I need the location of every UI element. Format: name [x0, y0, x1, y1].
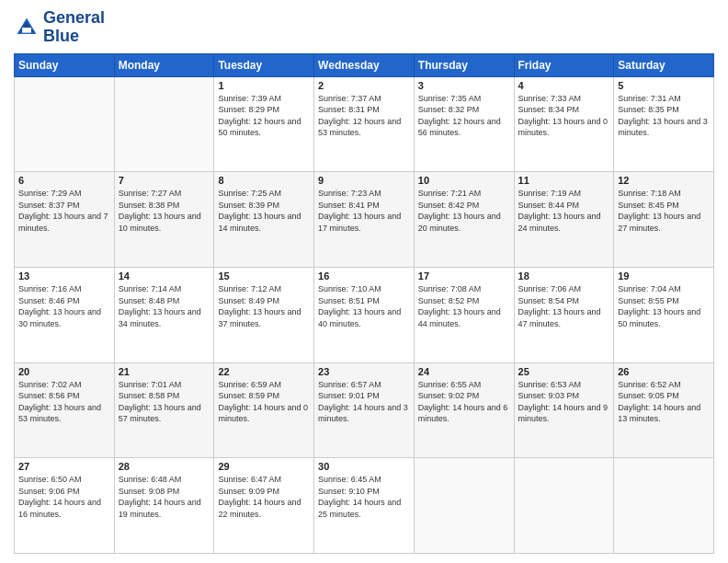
calendar-cell: 21Sunrise: 7:01 AM Sunset: 8:58 PM Dayli… [114, 362, 214, 458]
weekday-monday: Monday [114, 53, 214, 76]
calendar-cell [614, 458, 714, 554]
day-info: Sunrise: 7:04 AM Sunset: 8:55 PM Dayligh… [618, 283, 710, 329]
calendar-cell: 16Sunrise: 7:10 AM Sunset: 8:51 PM Dayli… [314, 267, 415, 362]
day-info: Sunrise: 7:10 AM Sunset: 8:51 PM Dayligh… [318, 283, 410, 329]
calendar-cell [15, 76, 115, 172]
calendar-cell: 1Sunrise: 7:39 AM Sunset: 8:29 PM Daylig… [214, 76, 314, 172]
calendar-cell: 28Sunrise: 6:48 AM Sunset: 9:08 PM Dayli… [114, 458, 214, 554]
day-number: 23 [318, 366, 410, 377]
day-number: 22 [218, 366, 310, 377]
week-row-1: 1Sunrise: 7:39 AM Sunset: 8:29 PM Daylig… [15, 76, 714, 172]
day-number: 17 [418, 270, 510, 282]
day-info: Sunrise: 7:39 AM Sunset: 8:29 PM Dayligh… [218, 93, 310, 139]
calendar-cell: 27Sunrise: 6:50 AM Sunset: 9:06 PM Dayli… [15, 458, 115, 554]
weekday-sunday: Sunday [15, 53, 115, 76]
day-info: Sunrise: 6:45 AM Sunset: 9:10 PM Dayligh… [318, 474, 410, 520]
day-number: 9 [318, 175, 410, 186]
calendar-cell: 20Sunrise: 7:02 AM Sunset: 8:56 PM Dayli… [15, 362, 115, 458]
calendar-cell: 22Sunrise: 6:59 AM Sunset: 8:59 PM Dayli… [214, 362, 314, 458]
calendar-cell: 19Sunrise: 7:04 AM Sunset: 8:55 PM Dayli… [614, 267, 714, 362]
day-info: Sunrise: 6:47 AM Sunset: 9:09 PM Dayligh… [218, 474, 310, 520]
day-info: Sunrise: 7:18 AM Sunset: 8:45 PM Dayligh… [618, 188, 710, 234]
weekday-saturday: Saturday [614, 53, 714, 76]
day-info: Sunrise: 7:08 AM Sunset: 8:52 PM Dayligh… [418, 283, 510, 329]
day-info: Sunrise: 6:50 AM Sunset: 9:06 PM Dayligh… [18, 474, 110, 520]
day-number: 16 [318, 270, 410, 282]
calendar-cell: 6Sunrise: 7:29 AM Sunset: 8:37 PM Daylig… [15, 172, 115, 268]
calendar-cell: 17Sunrise: 7:08 AM Sunset: 8:52 PM Dayli… [414, 267, 514, 362]
day-number: 30 [318, 461, 410, 472]
day-number: 28 [119, 461, 210, 472]
calendar-cell [414, 458, 514, 554]
day-info: Sunrise: 7:06 AM Sunset: 8:54 PM Dayligh… [518, 283, 610, 329]
calendar-cell: 26Sunrise: 6:52 AM Sunset: 9:05 PM Dayli… [614, 362, 714, 458]
day-info: Sunrise: 7:19 AM Sunset: 8:44 PM Dayligh… [518, 188, 610, 234]
day-info: Sunrise: 7:37 AM Sunset: 8:31 PM Dayligh… [318, 93, 410, 139]
day-number: 25 [518, 366, 610, 377]
day-number: 7 [119, 175, 210, 186]
day-number: 1 [218, 80, 310, 91]
day-number: 19 [618, 270, 710, 282]
calendar-cell: 29Sunrise: 6:47 AM Sunset: 9:09 PM Dayli… [214, 458, 314, 554]
day-number: 10 [418, 175, 510, 186]
calendar-cell: 15Sunrise: 7:12 AM Sunset: 8:49 PM Dayli… [214, 267, 314, 362]
calendar-cell: 4Sunrise: 7:33 AM Sunset: 8:34 PM Daylig… [514, 76, 614, 172]
weekday-tuesday: Tuesday [214, 53, 314, 76]
weekday-wednesday: Wednesday [314, 53, 415, 76]
page: General Blue SundayMondayTuesdayWednesda… [0, 0, 728, 563]
day-info: Sunrise: 7:21 AM Sunset: 8:42 PM Dayligh… [418, 188, 510, 234]
calendar-cell: 18Sunrise: 7:06 AM Sunset: 8:54 PM Dayli… [514, 267, 614, 362]
day-info: Sunrise: 7:27 AM Sunset: 8:38 PM Dayligh… [119, 188, 210, 234]
calendar-cell: 10Sunrise: 7:21 AM Sunset: 8:42 PM Dayli… [414, 172, 514, 268]
calendar-cell: 24Sunrise: 6:55 AM Sunset: 9:02 PM Dayli… [414, 362, 514, 458]
calendar-cell: 5Sunrise: 7:31 AM Sunset: 8:35 PM Daylig… [614, 76, 714, 172]
logo-icon [14, 15, 40, 40]
day-number: 21 [119, 366, 210, 377]
day-number: 26 [618, 366, 710, 377]
calendar-cell [514, 458, 614, 554]
calendar-cell: 13Sunrise: 7:16 AM Sunset: 8:46 PM Dayli… [15, 267, 115, 362]
calendar-cell: 23Sunrise: 6:57 AM Sunset: 9:01 PM Dayli… [314, 362, 415, 458]
day-info: Sunrise: 7:23 AM Sunset: 8:41 PM Dayligh… [318, 188, 410, 234]
logo: General Blue [14, 9, 105, 46]
weekday-header-row: SundayMondayTuesdayWednesdayThursdayFrid… [15, 53, 714, 76]
day-info: Sunrise: 7:29 AM Sunset: 8:37 PM Dayligh… [18, 188, 110, 234]
week-row-4: 20Sunrise: 7:02 AM Sunset: 8:56 PM Dayli… [15, 362, 714, 458]
day-info: Sunrise: 7:33 AM Sunset: 8:34 PM Dayligh… [518, 93, 610, 139]
day-info: Sunrise: 6:55 AM Sunset: 9:02 PM Dayligh… [418, 379, 510, 425]
weekday-friday: Friday [514, 53, 614, 76]
day-number: 27 [18, 461, 110, 472]
week-row-5: 27Sunrise: 6:50 AM Sunset: 9:06 PM Dayli… [15, 458, 714, 554]
calendar-cell: 30Sunrise: 6:45 AM Sunset: 9:10 PM Dayli… [314, 458, 415, 554]
day-number: 4 [518, 80, 610, 91]
day-info: Sunrise: 7:16 AM Sunset: 8:46 PM Dayligh… [18, 283, 110, 329]
weekday-thursday: Thursday [414, 53, 514, 76]
calendar-cell: 9Sunrise: 7:23 AM Sunset: 8:41 PM Daylig… [314, 172, 415, 268]
calendar-cell: 11Sunrise: 7:19 AM Sunset: 8:44 PM Dayli… [514, 172, 614, 268]
day-number: 12 [618, 175, 710, 186]
day-number: 18 [518, 270, 610, 282]
day-number: 6 [18, 175, 110, 186]
calendar-cell: 3Sunrise: 7:35 AM Sunset: 8:32 PM Daylig… [414, 76, 514, 172]
day-info: Sunrise: 6:52 AM Sunset: 9:05 PM Dayligh… [618, 379, 710, 425]
day-info: Sunrise: 7:12 AM Sunset: 8:49 PM Dayligh… [218, 283, 310, 329]
calendar-cell: 2Sunrise: 7:37 AM Sunset: 8:31 PM Daylig… [314, 76, 415, 172]
day-info: Sunrise: 7:02 AM Sunset: 8:56 PM Dayligh… [18, 379, 110, 425]
day-number: 20 [18, 366, 110, 377]
day-info: Sunrise: 7:01 AM Sunset: 8:58 PM Dayligh… [119, 379, 210, 425]
calendar-cell: 25Sunrise: 6:53 AM Sunset: 9:03 PM Dayli… [514, 362, 614, 458]
day-number: 11 [518, 175, 610, 186]
calendar-cell: 14Sunrise: 7:14 AM Sunset: 8:48 PM Dayli… [114, 267, 214, 362]
day-number: 3 [418, 80, 510, 91]
day-info: Sunrise: 7:31 AM Sunset: 8:35 PM Dayligh… [618, 93, 710, 139]
day-info: Sunrise: 6:48 AM Sunset: 9:08 PM Dayligh… [119, 474, 210, 520]
header: General Blue [14, 9, 714, 46]
day-info: Sunrise: 7:14 AM Sunset: 8:48 PM Dayligh… [119, 283, 210, 329]
svg-rect-2 [22, 28, 31, 33]
week-row-2: 6Sunrise: 7:29 AM Sunset: 8:37 PM Daylig… [15, 172, 714, 268]
day-number: 15 [218, 270, 310, 282]
day-number: 13 [18, 270, 110, 282]
day-info: Sunrise: 7:35 AM Sunset: 8:32 PM Dayligh… [418, 93, 510, 139]
calendar-cell: 7Sunrise: 7:27 AM Sunset: 8:38 PM Daylig… [114, 172, 214, 268]
logo-text: General Blue [43, 9, 105, 46]
